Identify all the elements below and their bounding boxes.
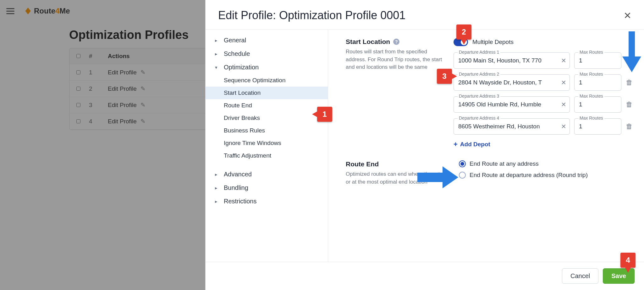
trash-icon[interactable]: 🗑 [626,122,633,131]
chevron-right-icon: ▸ [215,51,221,57]
nav-business-rules[interactable]: Business Rules [206,124,328,137]
edit-profile-modal: Edit Profile: Optimization Profile 0001 … [205,0,644,290]
depot-row: Departure Address 3 ✕ Max Routes 🗑 [454,96,633,113]
chevron-right-icon: ▸ [215,185,221,191]
clear-icon[interactable]: ✕ [561,57,566,64]
nav-ignore-time-windows[interactable]: Ignore Time Windows [206,137,328,149]
chevron-down-icon: ▾ [215,65,221,70]
nav-advanced[interactable]: ▸Advanced [206,168,328,181]
max-routes-field[interactable]: Max Routes [574,96,621,113]
nav-traffic-adjustment[interactable]: Traffic Adjustment [206,149,328,162]
max-routes-input[interactable] [575,75,621,90]
clear-icon[interactable]: ✕ [561,79,566,86]
departure-address-input[interactable] [454,53,570,68]
max-routes-input[interactable] [575,97,621,112]
route-end-option-any[interactable]: End Route at any address [459,160,633,167]
nav-route-end[interactable]: Route End [206,99,328,112]
max-routes-input[interactable] [575,53,621,68]
departure-address-input[interactable] [454,97,570,112]
radio-icon [459,172,466,179]
depot-row: Departure Address 1 ✕ Max Routes 🗑 [454,52,633,69]
nav-schedule[interactable]: ▸Schedule [206,47,328,61]
depot-row: Departure Address 2 ✕ Max Routes 🗑 [454,74,633,91]
max-routes-field[interactable]: Max Routes [574,52,621,69]
section-start-location: Start Location ? Routes will start from … [346,38,633,148]
departure-address-input[interactable] [454,75,570,90]
max-routes-input[interactable] [575,119,621,134]
annotation-1: 1 [317,107,332,122]
blue-arrow-down-icon [622,31,641,72]
annotation-2: 2 [456,24,471,40]
cancel-button[interactable]: Cancel [562,268,598,284]
max-routes-field[interactable]: Max Routes [574,118,621,135]
nav-restrictions[interactable]: ▸Restrictions [206,195,328,208]
multiple-depots-label: Multiple Depots [472,39,514,46]
start-location-desc: Routes will start from the specified add… [346,48,444,71]
add-depot-button[interactable]: + Add Depot [454,140,490,148]
settings-content: Start Location ? Routes will start from … [328,30,644,262]
chevron-right-icon: ▸ [215,199,221,204]
close-icon[interactable]: ✕ [624,10,631,21]
departure-address-field[interactable]: Departure Address 3 ✕ [454,96,570,113]
route-end-option-round-trip[interactable]: End Route at departure address (Round tr… [459,172,633,179]
trash-icon[interactable]: 🗑 [626,100,633,109]
departure-address-field[interactable]: Departure Address 1 ✕ [454,52,570,69]
departure-address-field[interactable]: Departure Address 4 ✕ [454,118,570,135]
start-location-title: Start Location [346,38,390,46]
modal-title: Edit Profile: Optimization Profile 0001 [218,9,405,22]
nav-general[interactable]: ▸General [206,34,328,47]
chevron-right-icon: ▸ [215,172,221,177]
clear-icon[interactable]: ✕ [561,101,566,108]
max-routes-field[interactable]: Max Routes [574,74,621,91]
chevron-right-icon: ▸ [215,38,221,43]
section-route-end: Route End Optimized routes can end where… [346,160,633,186]
help-icon[interactable]: ? [393,39,399,45]
depot-row: Departure Address 4 ✕ Max Routes 🗑 [454,118,633,135]
route-end-title: Route End [346,160,379,168]
annotation-3: 3 [437,69,452,84]
nav-sequence-optimization[interactable]: Sequence Optimization [206,74,328,87]
blue-arrow-right-icon [417,166,458,188]
radio-icon [459,160,466,167]
clear-icon[interactable]: ✕ [561,123,566,130]
nav-start-location[interactable]: Start Location [206,87,328,99]
trash-icon[interactable]: 🗑 [626,78,633,87]
nav-bundling[interactable]: ▸Bundling [206,181,328,195]
departure-address-input[interactable] [454,119,570,134]
plus-icon: + [454,140,458,148]
nav-optimization[interactable]: ▾Optimization [206,61,328,74]
annotation-4: 4 [620,253,636,268]
nav-driver-breaks[interactable]: Driver Breaks [206,112,328,124]
departure-address-field[interactable]: Departure Address 2 ✕ [454,74,570,91]
settings-side-nav: ▸General ▸Schedule ▾Optimization Sequenc… [206,30,328,262]
